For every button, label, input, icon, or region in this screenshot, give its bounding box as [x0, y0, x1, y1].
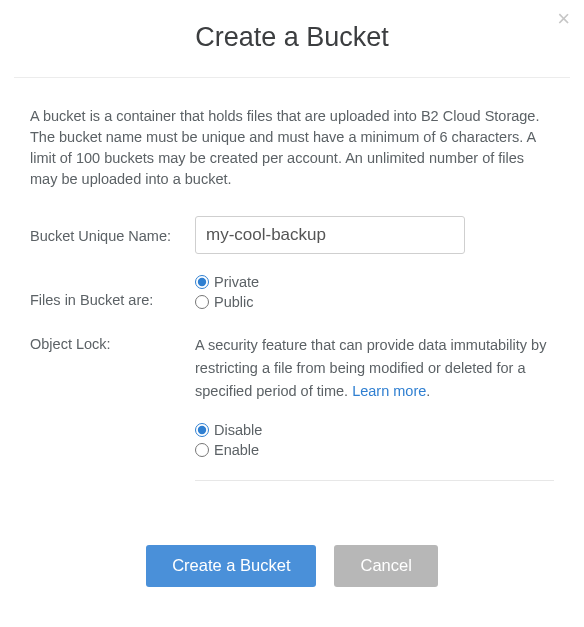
object-lock-disable-radio[interactable]	[195, 423, 209, 437]
bucket-name-row: Bucket Unique Name:	[30, 216, 554, 254]
modal-title: Create a Bucket	[14, 0, 570, 78]
cancel-button[interactable]: Cancel	[334, 545, 437, 587]
modal-body: A bucket is a container that holds files…	[0, 78, 584, 613]
object-lock-enable-radio[interactable]	[195, 443, 209, 457]
object-lock-label: Object Lock:	[30, 334, 195, 352]
object-lock-row: Object Lock: A security feature that can…	[30, 334, 554, 481]
visibility-row: Files in Bucket are: Private Public	[30, 274, 554, 314]
visibility-private-label: Private	[214, 274, 259, 290]
object-lock-enable-label: Enable	[214, 442, 259, 458]
visibility-public-label: Public	[214, 294, 254, 310]
visibility-public-radio[interactable]	[195, 295, 209, 309]
create-bucket-modal: × Create a Bucket A bucket is a containe…	[0, 0, 584, 613]
visibility-public-option[interactable]: Public	[195, 294, 554, 310]
object-lock-help-period: .	[426, 383, 430, 399]
create-bucket-button[interactable]: Create a Bucket	[146, 545, 316, 587]
visibility-private-radio[interactable]	[195, 275, 209, 289]
object-lock-divider	[195, 480, 554, 481]
bucket-name-field	[195, 216, 554, 254]
visibility-field: Private Public	[195, 274, 554, 314]
bucket-name-input[interactable]	[195, 216, 465, 254]
button-row: Create a Bucket Cancel	[30, 501, 554, 613]
visibility-private-option[interactable]: Private	[195, 274, 554, 290]
object-lock-learn-more-link[interactable]: Learn more	[352, 383, 426, 399]
modal-description: A bucket is a container that holds files…	[30, 106, 554, 190]
object-lock-field: A security feature that can provide data…	[195, 334, 554, 481]
object-lock-disable-label: Disable	[214, 422, 262, 438]
visibility-label: Files in Bucket are:	[30, 274, 195, 308]
object-lock-disable-option[interactable]: Disable	[195, 422, 554, 438]
object-lock-help: A security feature that can provide data…	[195, 334, 554, 404]
object-lock-enable-option[interactable]: Enable	[195, 442, 554, 458]
close-icon[interactable]: ×	[557, 8, 570, 30]
bucket-name-label: Bucket Unique Name:	[30, 226, 195, 244]
